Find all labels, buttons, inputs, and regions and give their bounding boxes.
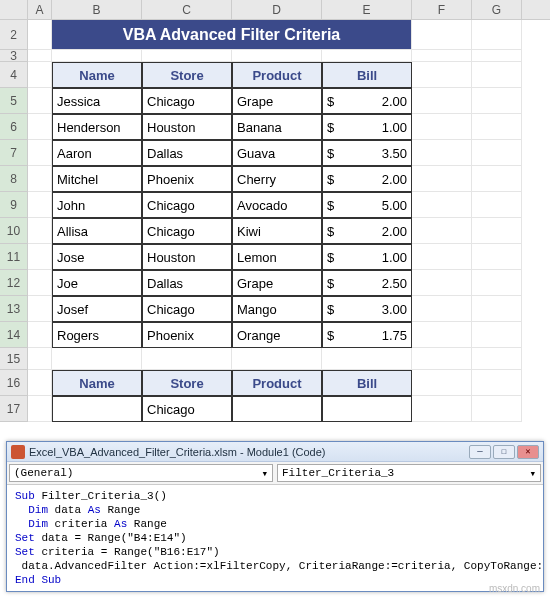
row-hdr[interactable]: 6 xyxy=(0,114,28,140)
cell[interactable] xyxy=(412,370,472,396)
cell[interactable] xyxy=(412,270,472,296)
cell[interactable] xyxy=(472,88,522,114)
cell[interactable] xyxy=(412,20,472,50)
cell-bill[interactable]: $1.00 xyxy=(322,244,412,270)
cell[interactable] xyxy=(412,62,472,88)
crit-product[interactable] xyxy=(232,396,322,422)
cell-product[interactable]: Grape xyxy=(232,270,322,296)
row-hdr[interactable]: 7 xyxy=(0,140,28,166)
cell-bill[interactable]: $5.00 xyxy=(322,192,412,218)
title-cell[interactable]: VBA Advanced Filter Criteria xyxy=(52,20,412,50)
cell-store[interactable]: Houston xyxy=(142,244,232,270)
cell[interactable] xyxy=(232,50,322,62)
crit-header-store[interactable]: Store xyxy=(142,370,232,396)
cell-product[interactable]: Lemon xyxy=(232,244,322,270)
cell[interactable] xyxy=(28,192,52,218)
cell[interactable] xyxy=(412,114,472,140)
cell-store[interactable]: Dallas xyxy=(142,140,232,166)
col-A[interactable]: A xyxy=(28,0,52,19)
cell[interactable] xyxy=(28,114,52,140)
cell[interactable] xyxy=(322,50,412,62)
cell[interactable] xyxy=(28,218,52,244)
cell[interactable] xyxy=(472,244,522,270)
cell[interactable] xyxy=(28,140,52,166)
header-bill[interactable]: Bill xyxy=(322,62,412,88)
cell-product[interactable]: Grape xyxy=(232,88,322,114)
cell[interactable] xyxy=(472,114,522,140)
row-hdr[interactable]: 3 xyxy=(0,50,28,62)
cell[interactable] xyxy=(142,348,232,370)
cell-name[interactable]: Allisa xyxy=(52,218,142,244)
crit-header-bill[interactable]: Bill xyxy=(322,370,412,396)
cell-store[interactable]: Chicago xyxy=(142,218,232,244)
cell-store[interactable]: Phoenix xyxy=(142,322,232,348)
cell[interactable] xyxy=(412,244,472,270)
row-hdr[interactable]: 5 xyxy=(0,88,28,114)
cell[interactable] xyxy=(142,50,232,62)
header-store[interactable]: Store xyxy=(142,62,232,88)
cell-name[interactable]: Josef xyxy=(52,296,142,322)
row-hdr[interactable]: 12 xyxy=(0,270,28,296)
row-hdr[interactable]: 16 xyxy=(0,370,28,396)
cell-bill[interactable]: $2.00 xyxy=(322,166,412,192)
maximize-button[interactable]: ☐ xyxy=(493,445,515,459)
cell[interactable] xyxy=(412,348,472,370)
cell[interactable] xyxy=(412,218,472,244)
cell-store[interactable]: Chicago xyxy=(142,192,232,218)
cell-name[interactable]: Aaron xyxy=(52,140,142,166)
cell[interactable] xyxy=(412,322,472,348)
cell-store[interactable]: Houston xyxy=(142,114,232,140)
cell-bill[interactable]: $2.50 xyxy=(322,270,412,296)
cell[interactable] xyxy=(472,166,522,192)
cell[interactable] xyxy=(28,348,52,370)
cell[interactable] xyxy=(28,296,52,322)
cell[interactable] xyxy=(28,20,52,50)
row-hdr[interactable]: 4 xyxy=(0,62,28,88)
cell[interactable] xyxy=(28,50,52,62)
vbe-proc-dropdown[interactable]: Filter_Criteria_3 ▾ xyxy=(277,464,541,482)
cell[interactable] xyxy=(472,140,522,166)
cell-bill[interactable]: $1.75 xyxy=(322,322,412,348)
cell[interactable] xyxy=(28,88,52,114)
cell[interactable] xyxy=(412,166,472,192)
cell-name[interactable]: Rogers xyxy=(52,322,142,348)
cell[interactable] xyxy=(472,270,522,296)
cell[interactable] xyxy=(472,370,522,396)
col-F[interactable]: F xyxy=(412,0,472,19)
cell-bill[interactable]: $2.00 xyxy=(322,218,412,244)
cell[interactable] xyxy=(28,322,52,348)
crit-header-product[interactable]: Product xyxy=(232,370,322,396)
header-name[interactable]: Name xyxy=(52,62,142,88)
select-all-corner[interactable] xyxy=(0,0,28,19)
cell-name[interactable]: John xyxy=(52,192,142,218)
cell-bill[interactable]: $1.00 xyxy=(322,114,412,140)
cell-bill[interactable]: $2.00 xyxy=(322,88,412,114)
cell-product[interactable]: Orange xyxy=(232,322,322,348)
row-hdr[interactable]: 10 xyxy=(0,218,28,244)
cell[interactable] xyxy=(412,88,472,114)
row-hdr[interactable]: 8 xyxy=(0,166,28,192)
vbe-code[interactable]: Sub Filter_Criteria_3() Dim data As Rang… xyxy=(7,485,543,591)
cell[interactable] xyxy=(472,348,522,370)
cell[interactable] xyxy=(472,218,522,244)
col-G[interactable]: G xyxy=(472,0,522,19)
crit-bill[interactable] xyxy=(322,396,412,422)
minimize-button[interactable]: — xyxy=(469,445,491,459)
header-product[interactable]: Product xyxy=(232,62,322,88)
col-E[interactable]: E xyxy=(322,0,412,19)
row-hdr[interactable]: 15 xyxy=(0,348,28,370)
cell[interactable] xyxy=(472,20,522,50)
cell[interactable] xyxy=(472,50,522,62)
crit-name[interactable] xyxy=(52,396,142,422)
row-hdr[interactable]: 11 xyxy=(0,244,28,270)
cell[interactable] xyxy=(28,244,52,270)
cell-product[interactable]: Avocado xyxy=(232,192,322,218)
col-D[interactable]: D xyxy=(232,0,322,19)
cell[interactable] xyxy=(28,396,52,422)
cell[interactable] xyxy=(412,140,472,166)
cell[interactable] xyxy=(472,296,522,322)
cell-bill[interactable]: $3.00 xyxy=(322,296,412,322)
cell[interactable] xyxy=(412,192,472,218)
cell[interactable] xyxy=(28,270,52,296)
row-hdr[interactable]: 17 xyxy=(0,396,28,422)
